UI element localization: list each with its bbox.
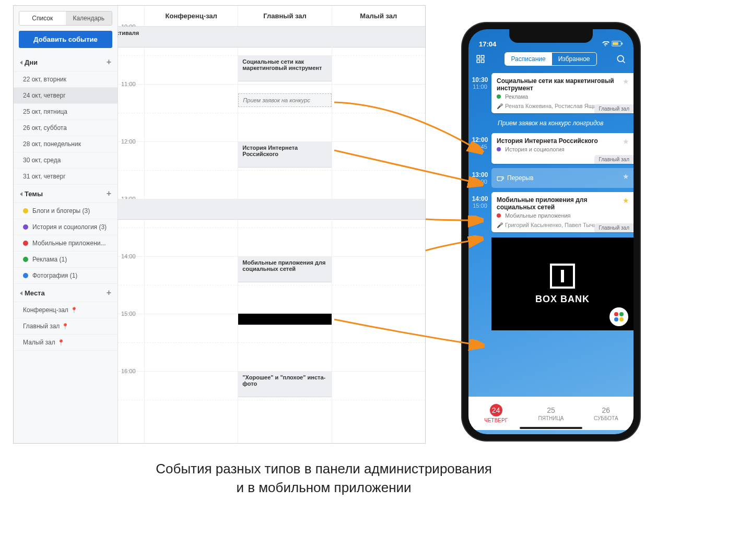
home-indicator [520,427,582,429]
place-item[interactable]: Конференц-зал📍 [14,302,118,318]
event-social[interactable]: Социальные сети как маркетинговый инстру… [238,55,331,81]
view-calendar-btn[interactable]: Календарь [66,11,112,25]
room-col-conference [144,27,238,443]
pin-icon: 📍 [62,323,69,330]
time-sidebar: 13:00 14:00 [468,166,491,190]
event-card[interactable]: ★ Социальные сети как маркетинговый инст… [491,73,634,113]
break-row[interactable]: Перерыв ★ [491,168,634,188]
bottom-day-tabs: 24 ЧЕТВЕРГ 25 ПЯТНИЦА 26 СУББОТА [468,397,634,430]
tag-dot-icon [497,94,501,99]
section-places-header[interactable]: Места + [14,284,118,302]
admin-panel: Список Календарь Добавить событие Дни + … [13,5,426,444]
section-days-header[interactable]: Дни + [14,53,118,72]
theme-dot-icon [23,208,28,213]
room-header: Конференц-зал [144,6,238,26]
theme-item[interactable]: Фотография (1) [14,268,118,284]
add-place-icon[interactable]: + [107,288,111,297]
svg-line-8 [623,61,625,63]
segment-control: Расписание Избранное [505,52,597,66]
section-places-label: Места [25,289,45,297]
svg-rect-6 [482,60,484,63]
svg-rect-3 [477,55,479,58]
top-controls: Расписание Избранное [468,49,634,71]
hour-label: 14:00 [121,253,136,259]
theme-item[interactable]: Мобильные приложени... [14,235,118,252]
add-event-button[interactable]: Добавить событие [19,31,112,48]
fab-button[interactable] [609,307,628,326]
global-event-row[interactable]: Прием заявок на конкурс лонгридов [468,115,634,131]
segment-schedule[interactable]: Расписание [505,53,552,65]
place-item[interactable]: Главный зал📍 [14,318,118,335]
box-bank-logo-icon [550,264,575,289]
card-room: Главный зал [594,104,634,113]
svg-rect-4 [482,55,484,58]
pin-icon: 📍 [71,307,78,314]
star-icon[interactable]: ★ [623,172,629,181]
search-icon[interactable] [616,54,626,64]
add-day-icon[interactable]: + [107,57,111,67]
theme-dot-icon [23,241,28,246]
theme-item[interactable]: История и социология (3) [14,219,118,235]
tag-dot-icon [497,147,501,151]
theme-item[interactable]: Блоги и блогеры (3) [14,203,118,219]
day-item[interactable]: 30 окт, среда [14,152,118,169]
event-card[interactable]: ★ Мобильные приложения для социальных се… [491,192,634,232]
section-days-label: Дни [25,58,38,66]
star-icon[interactable]: ★ [623,77,629,86]
day-tab[interactable]: 24 ЧЕТВЕРГ [468,397,523,430]
room-col-small [332,27,425,443]
time-sidebar: 10:30 11:00 [468,71,491,115]
theme-dot-icon [23,273,28,278]
event-mobile[interactable]: Мобильные приложения для социальных сете… [238,256,331,282]
battery-icon [612,41,623,46]
card-tag: Мобильные приложения [505,212,571,219]
card-title: История Интернета Российского [497,137,628,145]
coffee-icon [497,174,504,182]
calendar-grid: Конференц-зал Главный зал Малый зал 10:0… [118,6,425,443]
card-title: Мобильные приложения для социальных сете… [497,196,628,211]
feed[interactable]: 10:30 11:00 ★ Социальные сети как маркет… [468,71,634,387]
day-item[interactable]: 28 окт, понедельник [14,136,118,152]
event-insta[interactable]: "Хорошее" и "плохое" инста-фото [238,371,331,397]
add-theme-icon[interactable]: + [107,189,111,198]
day-tab[interactable]: 25 ПЯТНИЦА [523,397,578,430]
svg-rect-5 [477,60,479,63]
event-banner[interactable] [238,314,331,325]
svg-rect-2 [621,43,623,45]
section-themes-label: Темы [25,190,43,198]
card-title: Социальные сети как маркетинговый инстру… [497,77,628,92]
day-item[interactable]: 31 окт, четверг [14,169,118,185]
event-card[interactable]: ★ История Интернета Российского История … [491,133,634,164]
view-toggle: Список Календарь [19,11,112,26]
wifi-icon [601,41,609,46]
place-item[interactable]: Малый зал📍 [14,335,118,351]
banner-text: BOX BANK [535,294,590,305]
hour-label: 12:00 [121,138,136,145]
svg-point-7 [617,55,624,62]
grid-icon[interactable] [476,54,485,64]
card-tag: Реклама [505,93,528,100]
status-icons [601,40,623,48]
day-tab[interactable]: 26 СУББОТА [579,397,634,430]
day-item[interactable]: 24 окт, четверг [14,88,118,104]
banner-card[interactable]: BOX BANK [491,237,634,330]
section-themes-header[interactable]: Темы + [14,185,118,203]
event-history[interactable]: История Интернета Российского [238,141,331,168]
room-header: Главный зал [238,6,331,26]
pin-icon: 📍 [57,339,65,346]
room-header: Малый зал [332,6,425,26]
star-icon[interactable]: ★ [623,196,629,205]
segment-favorites[interactable]: Избранное [552,53,596,65]
day-item[interactable]: 22 окт, вторник [14,72,118,88]
star-icon[interactable]: ★ [623,137,629,146]
theme-item[interactable]: Реклама (1) [14,252,118,268]
svg-rect-1 [613,42,618,45]
theme-dot-icon [23,257,28,262]
caption: События разных типов в панели администри… [0,459,648,497]
event-contest[interactable]: Прием заявок на конкурс [238,93,331,107]
phone-notch [509,29,593,43]
hour-label: 16:00 [121,368,136,374]
view-list-btn[interactable]: Список [19,11,66,25]
day-item[interactable]: 25 окт, пятница [14,104,118,120]
day-item[interactable]: 26 окт, суббота [14,120,118,136]
